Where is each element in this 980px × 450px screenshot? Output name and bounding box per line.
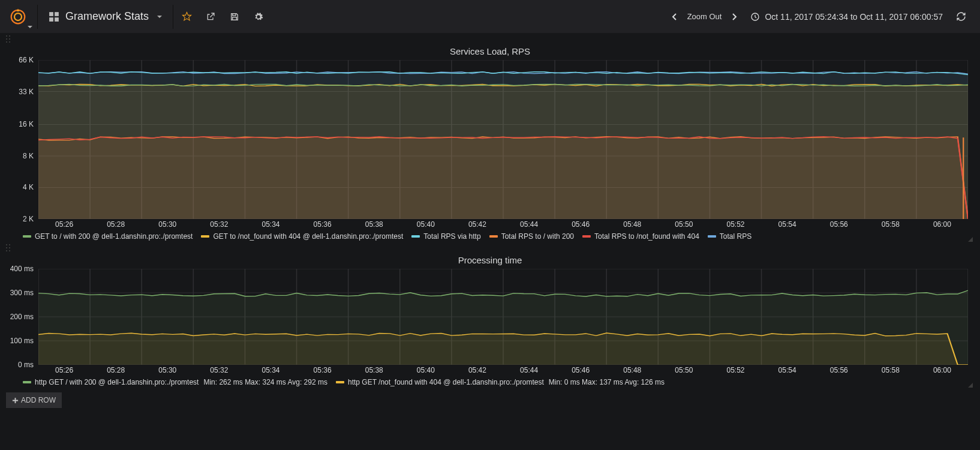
refresh-icon (956, 11, 966, 22)
dashboard-icon (49, 11, 59, 22)
legend-swatch (489, 235, 498, 238)
panel-resize-handle[interactable] (968, 237, 973, 242)
gear-icon (254, 12, 263, 22)
y-axis: 400 ms300 ms200 ms100 ms0 ms (6, 269, 37, 365)
x-tick: 05:42 (468, 220, 486, 229)
x-tick: 05:28 (107, 366, 125, 374)
x-tick: 05:48 (623, 366, 641, 374)
zoom-out-button[interactable]: Zoom Out (684, 12, 726, 21)
legend-item[interactable]: GET to /not_found with 404 @ dell-1.dans… (201, 232, 403, 241)
x-tick: 05:28 (107, 220, 125, 229)
settings-button[interactable] (246, 0, 270, 33)
clock-icon (750, 12, 760, 22)
x-axis: 05:2605:2805:3005:3205:3405:3605:3805:40… (38, 365, 968, 376)
x-tick: 05:40 (417, 220, 435, 229)
dashboard-picker[interactable]: Gramework Stats (39, 0, 172, 33)
share-icon (206, 12, 215, 22)
svg-rect-3 (55, 12, 59, 16)
x-tick: 05:26 (55, 366, 73, 374)
panel-title[interactable]: Processing time (6, 255, 974, 265)
svg-rect-4 (49, 17, 53, 22)
caret-down-icon (157, 16, 162, 18)
x-tick: 05:50 (675, 220, 693, 229)
svg-rect-2 (49, 12, 53, 16)
legend-stats: Min: 0 ms Max: 137 ms Avg: 126 ms (549, 378, 665, 386)
x-tick: 05:52 (726, 366, 744, 374)
y-tick: 66 K (19, 56, 34, 64)
star-button[interactable] (175, 0, 199, 33)
y-tick: 4 K (23, 183, 34, 191)
x-tick: 05:54 (778, 366, 796, 374)
legend-swatch (411, 235, 420, 238)
x-tick: 05:38 (365, 366, 383, 374)
legend-swatch (336, 381, 344, 383)
legend-label: http GET /not_found with 404 @ dell-1.da… (348, 378, 544, 386)
x-axis: 05:2605:2805:3005:3205:3405:3605:3805:40… (38, 219, 968, 230)
x-tick: 05:54 (778, 220, 796, 229)
legend-item[interactable]: Total RPS (708, 232, 751, 241)
svg-marker-6 (182, 12, 191, 20)
legend-swatch (23, 235, 31, 238)
x-tick: 05:30 (158, 366, 176, 374)
legend-item[interactable]: Total RPS via http (411, 232, 480, 241)
row-drag-handle[interactable] (6, 35, 11, 45)
plus-icon (12, 397, 19, 404)
legend-swatch (201, 235, 209, 238)
legend-label: GET to /not_found with 404 @ dell-1.dans… (213, 232, 403, 241)
x-tick: 05:56 (830, 220, 848, 229)
x-tick: 05:46 (572, 366, 590, 374)
legend-label: Total RPS to /not_found with 404 (594, 232, 699, 241)
x-tick: 05:38 (365, 220, 383, 229)
share-button[interactable] (199, 0, 223, 33)
x-tick: 05:44 (520, 220, 538, 229)
legend-swatch (582, 235, 591, 238)
y-tick: 0 ms (18, 361, 34, 369)
x-tick: 05:36 (314, 366, 332, 374)
legend-label: http GET / with 200 @ dell-1.danshin.pro… (35, 378, 199, 386)
legend-item[interactable]: Total RPS to / with 200 (489, 232, 574, 241)
legend-swatch (708, 235, 716, 238)
y-tick: 300 ms (10, 289, 34, 297)
x-tick: 05:30 (158, 220, 176, 229)
panel-resize-handle[interactable] (968, 383, 973, 388)
x-tick: 05:32 (210, 220, 228, 229)
legend-stats: Min: 262 ms Max: 324 ms Avg: 292 ms (203, 378, 327, 386)
y-tick: 33 K (19, 88, 34, 96)
svg-rect-8 (233, 17, 237, 20)
x-tick: 05:50 (675, 366, 693, 374)
top-bar: Gramework Stats Zoom Out Oct 11, 2017 05… (0, 0, 980, 33)
y-tick: 200 ms (10, 313, 34, 321)
row-drag-handle[interactable] (6, 244, 11, 254)
y-tick: 16 K (19, 120, 34, 128)
time-range-label: Oct 11, 2017 05:24:34 to Oct 11, 2017 06… (765, 12, 943, 22)
x-tick: 05:26 (55, 220, 73, 229)
chart-area[interactable]: 66 K33 K16 K8 K4 K2 K (6, 60, 974, 219)
legend-item[interactable]: http GET /not_found with 404 @ dell-1.da… (336, 378, 665, 386)
grafana-logo-menu[interactable] (0, 0, 36, 33)
y-tick: 100 ms (10, 337, 34, 345)
chart-area[interactable]: 400 ms300 ms200 ms100 ms0 ms (6, 269, 974, 365)
time-range-picker[interactable]: Oct 11, 2017 05:24:34 to Oct 11, 2017 06… (743, 12, 950, 22)
legend-swatch (23, 381, 31, 383)
refresh-button[interactable] (950, 0, 972, 33)
svg-point-0 (11, 10, 25, 23)
time-back-button[interactable] (666, 0, 684, 33)
legend-item[interactable]: GET to / with 200 @ dell-1.danshin.pro:.… (23, 232, 193, 241)
x-tick: 05:36 (314, 220, 332, 229)
x-tick: 05:34 (261, 220, 279, 229)
y-tick: 8 K (23, 152, 34, 160)
add-row-label: ADD ROW (21, 396, 56, 404)
save-button[interactable] (223, 0, 246, 33)
chevron-right-icon (731, 13, 738, 20)
legend-label: Total RPS to / with 200 (501, 232, 574, 241)
panel-title[interactable]: Services Load, RPS (6, 46, 974, 56)
legend-item[interactable]: http GET / with 200 @ dell-1.danshin.pro… (23, 378, 327, 386)
x-tick: 05:48 (623, 220, 641, 229)
x-tick: 05:58 (882, 366, 900, 374)
y-axis: 66 K33 K16 K8 K4 K2 K (6, 60, 37, 219)
add-row-button[interactable]: ADD ROW (6, 392, 62, 408)
legend-item[interactable]: Total RPS to /not_found with 404 (582, 232, 699, 241)
time-forward-button[interactable] (725, 0, 743, 33)
legend-label: Total RPS (720, 232, 751, 241)
svg-rect-7 (233, 13, 236, 15)
